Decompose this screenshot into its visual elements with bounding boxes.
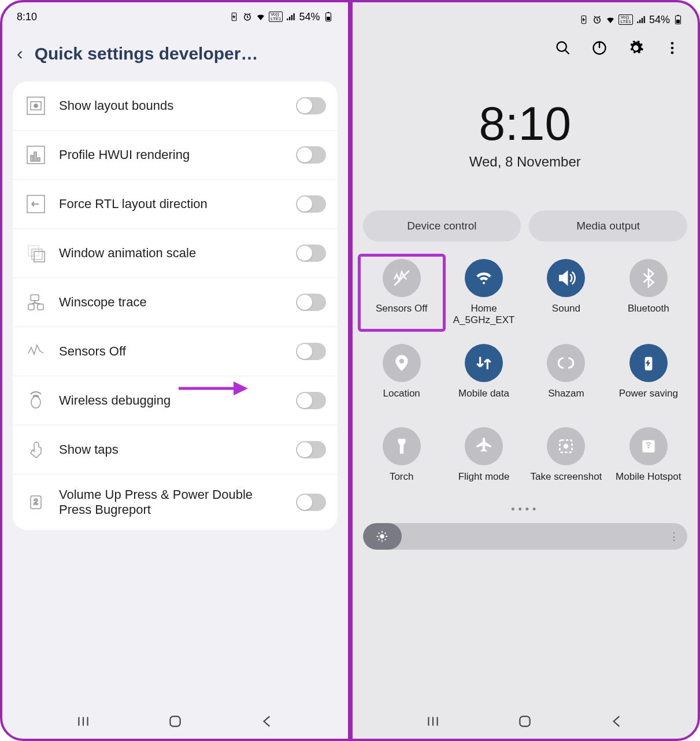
tile-label: Power saving	[619, 388, 678, 410]
tile-label: Torch	[390, 471, 414, 493]
toggle[interactable]	[296, 195, 326, 213]
wireless-debug-icon	[24, 389, 47, 412]
brightness-more-icon[interactable]: ⋮	[669, 530, 679, 543]
page-title: Quick settings developer…	[35, 44, 258, 64]
svg-rect-11	[31, 155, 33, 161]
show-taps-icon	[24, 438, 47, 461]
media-output-button[interactable]: Media output	[529, 210, 687, 242]
svg-point-41	[380, 534, 384, 538]
back-nav-button[interactable]	[609, 714, 624, 729]
tile-sensors[interactable]: Sensors Off	[358, 254, 446, 332]
svg-rect-12	[34, 152, 36, 161]
svg-rect-39	[642, 440, 654, 452]
flight-icon	[465, 427, 503, 465]
tile-label: Shazam	[548, 388, 584, 410]
row-sensors[interactable]: Sensors Off	[13, 327, 338, 376]
tile-label: Mobile data	[458, 388, 509, 410]
row-hwui[interactable]: Profile HWUI rendering	[13, 131, 338, 180]
page-header: ‹ Quick settings developer…	[2, 31, 348, 81]
row-show-taps[interactable]: Show taps	[13, 425, 338, 475]
status-time: 8:10	[17, 11, 37, 23]
toggle[interactable]	[296, 494, 326, 511]
toggle[interactable]	[296, 294, 326, 311]
row-animation[interactable]: Window animation scale	[13, 229, 338, 278]
row-rtl[interactable]: Force RTL layout direction	[13, 180, 338, 229]
tile-shazam[interactable]: Shazam	[527, 344, 605, 410]
tile-wifi[interactable]: Home A_5GHz_EXT	[445, 259, 523, 327]
home-button[interactable]	[517, 714, 532, 729]
brightness-icon	[376, 530, 388, 543]
device-control-button[interactable]: Device control	[363, 210, 521, 242]
svg-rect-18	[31, 295, 39, 301]
svg-rect-5	[327, 17, 330, 20]
tile-bluetooth[interactable]: Bluetooth	[610, 259, 687, 327]
svg-rect-29	[677, 15, 679, 16]
row-wireless-debug[interactable]: Wireless debugging	[13, 376, 338, 425]
qs-tiles-grid: Sensors OffHome A_5GHz_EXTSoundBluetooth…	[353, 253, 698, 499]
settings-list: Show layout bounds Profile HWUI renderin…	[13, 81, 338, 530]
svg-point-21	[31, 397, 40, 408]
tile-power[interactable]: Power saving	[610, 344, 687, 410]
tile-screenshot[interactable]: Take screenshot	[527, 427, 605, 493]
power-icon	[629, 344, 668, 382]
battery-icon	[323, 12, 334, 22]
qs-date: Wed, 8 November	[353, 154, 698, 170]
screenshot-icon	[547, 427, 585, 465]
more-icon[interactable]	[664, 40, 680, 56]
svg-rect-6	[327, 12, 329, 13]
tile-flight[interactable]: Flight mode	[445, 427, 523, 493]
tile-hotspot[interactable]: Mobile Hotspot	[610, 427, 687, 493]
row-bugreport[interactable]: 2 Volume Up Press & Power Double Press B…	[13, 475, 338, 530]
svg-rect-15	[28, 246, 39, 256]
wifi-icon	[255, 12, 266, 22]
toggle[interactable]	[296, 343, 326, 360]
battery-saver-icon	[579, 14, 589, 25]
winscope-icon	[24, 291, 47, 314]
back-nav-button[interactable]	[260, 714, 275, 729]
svg-rect-13	[38, 158, 40, 161]
tile-label: Sensors Off	[376, 303, 427, 325]
hotspot-icon	[629, 427, 668, 465]
recents-button[interactable]	[76, 714, 91, 729]
power-icon[interactable]	[591, 40, 608, 56]
sensors-icon	[24, 340, 47, 363]
signal-icon	[286, 12, 296, 22]
tile-location[interactable]: Location	[363, 344, 440, 410]
svg-rect-42	[520, 716, 530, 726]
lte-badge: Vo))LTE1	[269, 12, 283, 22]
hwui-icon	[24, 143, 47, 166]
row-layout-bounds[interactable]: Show layout bounds	[13, 81, 338, 131]
toggle[interactable]	[296, 97, 326, 114]
toggle[interactable]	[296, 441, 326, 458]
toggle[interactable]	[296, 146, 326, 164]
home-button[interactable]	[168, 714, 183, 729]
tile-sound[interactable]: Sound	[527, 259, 605, 327]
search-icon[interactable]	[555, 40, 571, 56]
svg-point-38	[564, 444, 569, 449]
tile-label: Mobile Hotspot	[616, 471, 681, 493]
status-bar: Vo))LTE1 54%	[353, 2, 698, 31]
toggle[interactable]	[296, 392, 326, 409]
row-winscope[interactable]: Winscope trace	[13, 278, 338, 327]
recents-button[interactable]	[425, 714, 440, 729]
svg-point-32	[671, 42, 674, 45]
nav-bar	[2, 704, 348, 739]
svg-point-33	[671, 47, 674, 50]
tile-torch[interactable]: Torch	[363, 427, 440, 493]
tile-label: Bluetooth	[628, 303, 669, 325]
data-icon	[465, 344, 503, 382]
nav-bar	[353, 704, 698, 739]
brightness-slider[interactable]: ⋮	[363, 523, 688, 550]
battery-icon	[673, 14, 683, 25]
wifi-icon	[605, 14, 616, 25]
sound-icon	[547, 259, 585, 297]
svg-point-34	[671, 51, 674, 54]
toggle[interactable]	[296, 244, 326, 262]
status-bar: 8:10 Vo))LTE1 54%	[2, 2, 348, 31]
svg-rect-17	[34, 251, 45, 262]
back-button[interactable]: ‹	[17, 43, 23, 64]
tile-data[interactable]: Mobile data	[445, 344, 523, 410]
tile-label: Take screenshot	[531, 471, 602, 493]
svg-rect-20	[38, 304, 43, 310]
gear-icon[interactable]	[628, 40, 644, 56]
